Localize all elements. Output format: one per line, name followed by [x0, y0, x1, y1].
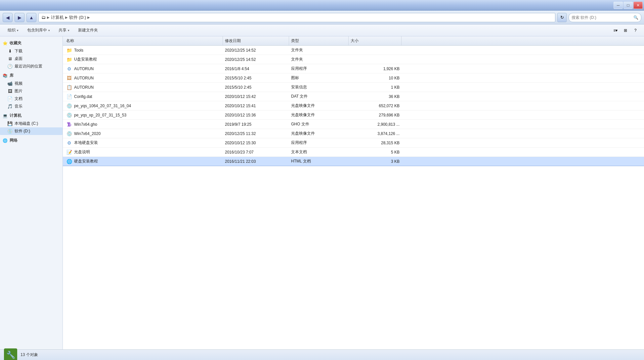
drive-d-label: 软件 (D:)	[15, 128, 30, 134]
file-type: 光盘映像文件	[289, 112, 349, 118]
include-library-button[interactable]: 包含到库中 ▾	[23, 26, 54, 35]
table-row[interactable]: 💿 pe_yqs_1064_20_07_31_16_04 2020/10/12 …	[63, 101, 644, 111]
download-label: 下载	[15, 48, 22, 54]
sidebar-item-drive-c[interactable]: 💾 本地磁盘 (C:)	[0, 120, 63, 127]
table-row[interactable]: 🖼 AUTORUN 2015/5/10 2:45 图标 10 KB	[63, 73, 644, 83]
sidebar-header-network[interactable]: 🌐 网络	[0, 136, 63, 145]
share-dropdown-arrow: ▾	[68, 29, 69, 32]
file-size: 2,900,813 ...	[349, 122, 402, 127]
file-type: GHO 文件	[289, 121, 349, 127]
recent-label: 最近访问的位置	[15, 64, 42, 69]
desktop-label: 桌面	[15, 56, 22, 62]
table-row[interactable]: 📁 Tools 2020/12/25 14:52 文件夹	[63, 46, 644, 55]
refresh-button[interactable]: ↻	[557, 13, 567, 22]
share-button[interactable]: 共享 ▾	[55, 26, 73, 35]
search-input[interactable]	[572, 15, 632, 20]
file-size: 3 KB	[349, 159, 402, 164]
breadcrumb[interactable]: 🗂 ▶ 计算机 ▶ 软件 (D:) ▶	[38, 13, 555, 22]
statusbar-left: 🔧 13 个对象	[4, 348, 38, 360]
back-button[interactable]: ◀	[3, 13, 13, 22]
file-date: 2016/11/21 22:03	[223, 159, 289, 164]
favorites-label: 收藏夹	[10, 40, 21, 46]
maximize-button[interactable]: □	[623, 2, 633, 9]
col-header-size[interactable]: 大小	[349, 36, 402, 45]
sidebar-item-music[interactable]: 🎵 音乐	[0, 103, 63, 110]
file-size: 1 KB	[349, 85, 402, 90]
col-header-date[interactable]: 修改日期	[223, 36, 289, 45]
include-dropdown-arrow: ▾	[48, 29, 50, 32]
file-size: 652,072 KB	[349, 104, 402, 108]
addressbar: ◀ ▶ ▲ 🗂 ▶ 计算机 ▶ 软件 (D:) ▶ ↻ 🔍	[0, 11, 644, 24]
file-type-icon: 💿	[66, 103, 72, 109]
organize-dropdown-arrow: ▾	[17, 29, 19, 32]
computer-label: 计算机	[10, 113, 21, 118]
table-row[interactable]: 📁 U盘安装教程 2020/12/25 14:52 文件夹	[63, 55, 644, 64]
file-name: U盘安装教程	[74, 57, 97, 62]
file-type-icon: 🖼	[66, 75, 72, 81]
breadcrumb-arrow-3: ▶	[87, 16, 90, 19]
file-size: 1,926 KB	[349, 67, 402, 71]
file-name: AUTORUN	[74, 76, 94, 80]
file-name: Config.dat	[74, 94, 92, 99]
file-type-icon: 🗜	[66, 121, 72, 127]
table-row[interactable]: 🗜 Win7x64.gho 2019/9/7 19:25 GHO 文件 2,90…	[63, 120, 644, 129]
sidebar-item-recent[interactable]: 🕐 最近访问的位置	[0, 63, 63, 70]
sidebar-section-computer: 💻 计算机 💾 本地磁盘 (C:) 💿 软件 (D:)	[0, 112, 63, 135]
breadcrumb-computer[interactable]: 计算机	[51, 15, 64, 21]
music-label: 音乐	[15, 104, 22, 109]
sidebar-section-library: 📚 库 📹 视频 🖼 图片 📄 文档 🎵 音乐	[0, 71, 63, 110]
table-row[interactable]: 📋 AUTORUN 2015/5/10 2:45 安装信息 1 KB	[63, 83, 644, 92]
breadcrumb-drive[interactable]: 软件 (D:)	[69, 15, 86, 21]
sidebar-item-pictures[interactable]: 🖼 图片	[0, 87, 63, 95]
table-row[interactable]: ⚙ AUTORUN 2016/1/8 4:54 应用程序 1,926 KB	[63, 64, 644, 73]
table-row[interactable]: 🌐 硬盘安装教程 2016/11/21 22:03 HTML 文档 3 KB	[63, 157, 644, 166]
col-header-type[interactable]: 类型	[289, 36, 349, 45]
video-label: 视频	[15, 81, 22, 86]
search-bar[interactable]: 🔍	[569, 13, 641, 22]
file-type: 安装信息	[289, 84, 349, 90]
drive-d-icon: 💿	[7, 129, 13, 134]
file-date: 2016/1/8 4:54	[223, 67, 289, 71]
minimize-button[interactable]: ─	[614, 2, 623, 9]
organize-button[interactable]: 组织 ▾	[4, 26, 22, 35]
drive-c-icon: 💾	[7, 121, 13, 126]
sidebar-item-download[interactable]: ⬇ 下载	[0, 47, 63, 55]
table-row[interactable]: 💿 pe_yqs_xp_20_07_31_15_53 2020/10/12 15…	[63, 111, 644, 120]
file-name: AUTORUN	[74, 85, 94, 90]
file-type: 文件夹	[289, 57, 349, 62]
sidebar-header-computer[interactable]: 💻 计算机	[0, 112, 63, 120]
sidebar-section-favorites: ⭐ 收藏夹 ⬇ 下载 🖥 桌面 🕐 最近访问的位置	[0, 39, 63, 70]
sidebar-item-video[interactable]: 📹 视频	[0, 80, 63, 87]
network-label: 网络	[10, 138, 18, 143]
sidebar-header-favorites[interactable]: ⭐ 收藏夹	[0, 39, 63, 47]
file-type: DAT 文件	[289, 94, 349, 99]
statusbar: 🔧 13 个对象	[0, 349, 644, 360]
col-header-name[interactable]: 名称	[64, 36, 223, 45]
new-folder-button[interactable]: 新建文件夹	[74, 26, 102, 35]
preview-pane-button[interactable]: ⊞	[621, 26, 630, 34]
file-area: 名称 修改日期 类型 大小 📁 Tools 2020/12/25 14:52 文…	[63, 36, 644, 349]
close-button[interactable]: ✕	[633, 2, 643, 9]
nav-icon: 🗂	[41, 15, 46, 20]
sidebar-item-drive-d[interactable]: 💿 软件 (D:)	[0, 127, 63, 135]
app-icon: 🔧	[4, 348, 17, 360]
table-row[interactable]: 📝 光盘说明 2016/10/23 7:07 文本文档 5 KB	[63, 148, 644, 157]
table-row[interactable]: 📄 Config.dat 2020/10/12 15:42 DAT 文件 36 …	[63, 92, 644, 101]
star-icon: ⭐	[3, 41, 8, 46]
file-date: 2015/5/10 2:45	[223, 76, 289, 80]
pictures-label: 图片	[15, 88, 22, 94]
view-options-button[interactable]: ≡▾	[611, 26, 620, 34]
new-folder-label: 新建文件夹	[78, 27, 98, 33]
table-row[interactable]: ⚙ 本地硬盘安装 2020/10/12 15:30 应用程序 28,315 KB	[63, 138, 644, 148]
sidebar-header-library[interactable]: 📚 库	[0, 71, 63, 80]
sidebar-item-documents[interactable]: 📄 文档	[0, 95, 63, 103]
forward-button[interactable]: ▶	[15, 13, 24, 22]
table-row[interactable]: 💿 Win7x64_2020 2020/12/25 11:32 光盘映像文件 3…	[63, 129, 644, 138]
help-button[interactable]: ?	[631, 26, 640, 34]
file-date: 2019/9/7 19:25	[223, 122, 289, 127]
up-button[interactable]: ▲	[26, 13, 36, 22]
file-size: 36 KB	[349, 94, 402, 99]
library-icon: 📚	[3, 73, 8, 78]
sidebar-item-desktop[interactable]: 🖥 桌面	[0, 55, 63, 63]
file-type: 光盘映像文件	[289, 131, 349, 136]
